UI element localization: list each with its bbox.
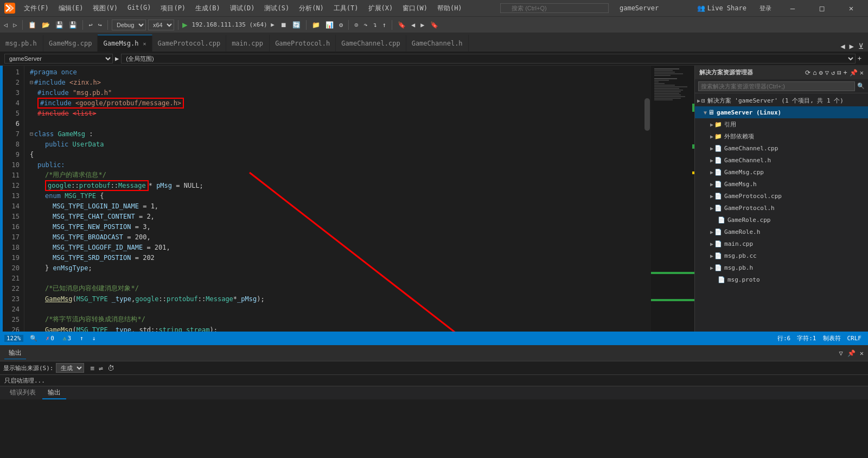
se-pin-icon[interactable]: 📌 <box>850 69 858 77</box>
bookmark-all-icon[interactable]: 🔖 <box>429 20 440 30</box>
fold-7[interactable]: ⊟ <box>30 131 33 137</box>
se-close-icon[interactable]: ✕ <box>860 69 864 77</box>
step-out-icon[interactable]: ↑ <box>381 20 388 30</box>
tree-item-gamemsg-h[interactable]: ▶ 📄 GameMsg.h <box>695 178 868 190</box>
save-all-icon[interactable]: 💾 <box>67 20 79 30</box>
tree-item-gamechannel-cpp[interactable]: ▶ 📄 GameChannel.cpp <box>695 142 868 154</box>
tree-item-external-deps[interactable]: ▶ 📁 外部依赖项 <box>695 130 868 142</box>
output-source-select[interactable]: 生成 <box>56 363 84 373</box>
more-icon[interactable]: ⚙ <box>337 20 344 30</box>
tree-item-msg-proto[interactable]: 📄 msg.proto <box>695 273 868 285</box>
menu-edit[interactable]: 编辑(E) <box>54 3 88 14</box>
code-editor-content[interactable]: #pragma once ⊟ #include <zinx.h> #includ… <box>24 66 643 332</box>
output-wrap-icon[interactable]: ⇌ <box>99 364 103 372</box>
se-search-input[interactable] <box>698 81 855 91</box>
tab-close-gamemsg-h[interactable]: ✕ <box>143 41 146 47</box>
tab-scroll-right[interactable]: ▶ <box>848 41 855 52</box>
se-refresh-icon[interactable]: ↺ <box>831 69 835 77</box>
output-clock-icon[interactable]: ⏱ <box>107 364 114 372</box>
tree-item-gamerole-cpp[interactable]: 📄 GameRole.cpp <box>695 214 868 226</box>
tab-msg-pb-h[interactable]: msg.pb.h <box>0 35 43 52</box>
tab-gamechannel-cpp[interactable]: GameChannel.cpp <box>336 35 406 52</box>
tree-item-main-cpp[interactable]: ▶ 📄 main.cpp <box>695 238 868 250</box>
forward-icon[interactable]: ▷ <box>11 20 18 30</box>
folder-icon[interactable]: 📁 <box>310 20 322 30</box>
status-line-ending[interactable]: CRLF <box>845 334 864 342</box>
status-errors[interactable]: ✗ 0 <box>44 335 56 342</box>
debug-mode-select[interactable]: Debug <box>112 20 146 30</box>
filepath-file-select[interactable]: gameServer <box>4 54 113 63</box>
bookmark-icon[interactable]: 🔖 <box>396 20 407 30</box>
menu-analyze[interactable]: 分析(N) <box>295 3 328 14</box>
filepath-add-btn[interactable]: + <box>856 54 864 63</box>
tree-item-refs[interactable]: ▶ 📁 引用 <box>695 118 868 130</box>
tree-item-gamemsg-cpp[interactable]: ▶ 📄 GameMsg.cpp <box>695 166 868 178</box>
tab-gamemsg-cpp[interactable]: GameMsg.cpp <box>43 35 98 52</box>
panel-pin-icon[interactable]: 📌 <box>847 349 856 357</box>
tab-gameprotocol-cpp[interactable]: GameProtocol.cpp <box>152 35 227 52</box>
redo-icon[interactable]: ↪ <box>97 20 104 30</box>
tab-gamemsg-h[interactable]: GameMsg.h ✕ <box>98 35 152 52</box>
platform-select[interactable]: x64 <box>148 20 174 30</box>
menu-help[interactable]: 帮助(H) <box>433 3 467 14</box>
maximize-button[interactable]: □ <box>809 0 834 16</box>
tab-main-cpp[interactable]: main.cpp <box>226 35 270 52</box>
se-expand-icon[interactable]: + <box>844 69 847 77</box>
back-icon[interactable]: ◁ <box>2 20 9 30</box>
breakpoint-icon[interactable]: ⊙ <box>353 20 360 30</box>
status-zoom-icon[interactable]: 🔍 <box>28 335 40 342</box>
tab-list-btn[interactable]: ⊻ <box>857 41 865 52</box>
save-icon[interactable]: 💾 <box>54 20 65 30</box>
menu-extensions[interactable]: 扩展(X) <box>364 3 398 14</box>
tree-item-gameprotocol-cpp[interactable]: ▶ 📄 GameProtocol.cpp <box>695 190 868 202</box>
menu-tools[interactable]: 工具(T) <box>329 3 363 14</box>
editor-scrollbar[interactable] <box>643 66 651 332</box>
restart-icon[interactable]: 🔄 <box>291 20 302 30</box>
status-up-icon[interactable]: ↑ <box>78 335 86 342</box>
filepath-scope-select[interactable]: (全局范围) <box>121 54 856 63</box>
panel-tab-output[interactable]: 输出 <box>4 347 26 359</box>
status-down-icon[interactable]: ↓ <box>90 335 98 342</box>
close-button[interactable]: ✕ <box>839 0 864 16</box>
tree-item-solution[interactable]: ▶ ⊡ 解决方案 'gameServer' (1 个项目, 共 1 个) <box>695 94 868 106</box>
menu-project[interactable]: 项目(P) <box>156 3 190 14</box>
tree-item-gamechannel-h[interactable]: ▶ 📄 GameChannel.h <box>695 154 868 166</box>
tab-scroll-left[interactable]: ◀ <box>839 41 846 52</box>
menu-window[interactable]: 窗口(W) <box>398 3 432 14</box>
live-share-button[interactable]: 👥 Live Share <box>693 3 751 13</box>
panel-toggle-icon[interactable]: ▽ <box>839 349 843 357</box>
bottom-tab-output[interactable]: 输出 <box>42 387 66 399</box>
menu-view[interactable]: 视图(V) <box>88 3 122 14</box>
se-home-icon[interactable]: ⌂ <box>813 69 816 77</box>
profile-icon[interactable]: 📊 <box>324 20 335 30</box>
tree-item-msg-pb-h[interactable]: ▶ 📄 msg.pb.h <box>695 262 868 273</box>
status-zoom[interactable]: 122% <box>4 335 23 342</box>
menu-file[interactable]: 文件(F) <box>20 3 53 14</box>
status-warnings[interactable]: ⚠ 3 <box>61 335 73 342</box>
minimize-button[interactable]: — <box>780 0 805 16</box>
tree-item-gamerole-h[interactable]: ▶ 📄 GameRole.h <box>695 226 868 238</box>
menu-test[interactable]: 测试(S) <box>260 3 293 14</box>
scrollbar-thumb[interactable] <box>644 98 650 131</box>
tree-item-msg-pb-cc[interactable]: ▶ 📄 msg.pb.cc <box>695 250 868 262</box>
new-project-icon[interactable]: 📋 <box>27 20 38 30</box>
tree-item-project[interactable]: ▼ 🖥 gameServer (Linux) <box>695 106 868 118</box>
se-search-icon[interactable]: 🔍 <box>857 82 865 90</box>
stop-icon[interactable]: ⏹ <box>279 20 289 30</box>
undo-icon[interactable]: ↩ <box>87 20 94 30</box>
step-into-icon[interactable]: ↴ <box>372 20 379 30</box>
menu-build[interactable]: 生成(B) <box>191 3 225 14</box>
bottom-tab-errors[interactable]: 错误列表 <box>4 387 41 399</box>
bookmark-prev-icon[interactable]: ◀ <box>410 20 417 30</box>
bookmark-next-icon[interactable]: ▶ <box>419 20 426 30</box>
panel-close-icon[interactable]: ✕ <box>860 349 864 357</box>
menu-git[interactable]: Git(G) <box>123 3 155 14</box>
tree-item-gameprotocol-h[interactable]: ▶ 📄 GameProtocol.h <box>695 202 868 214</box>
se-filter-icon[interactable]: ▽ <box>825 69 829 77</box>
step-over-icon[interactable]: ↷ <box>362 20 369 30</box>
run-button[interactable]: ▶ <box>182 20 188 30</box>
menu-debug[interactable]: 调试(D) <box>226 3 259 14</box>
login-button[interactable]: 登录 <box>755 4 776 12</box>
fold-2[interactable]: ⊟ <box>30 79 33 85</box>
se-sync-icon[interactable]: ⟳ <box>805 69 810 77</box>
